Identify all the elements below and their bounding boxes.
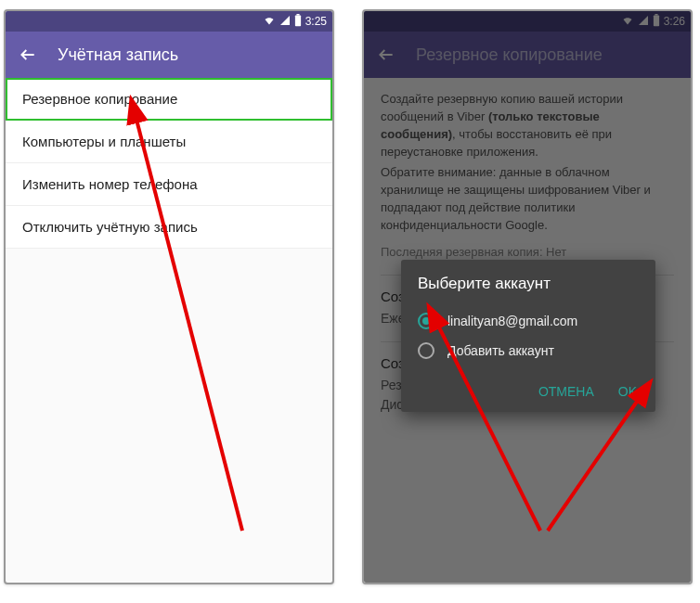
menu-item-deactivate[interactable]: Отключить учётную запись [6, 206, 332, 249]
add-account-option[interactable]: Добавить аккаунт [418, 336, 639, 366]
status-time: 3:25 [305, 15, 327, 28]
menu-item-label: Отключить учётную запись [22, 219, 198, 235]
menu-item-computers[interactable]: Компьютеры и планшеты [6, 121, 332, 163]
ok-button[interactable]: OK [616, 380, 639, 403]
radio-unselected-icon [418, 342, 434, 359]
dialog-actions: ОТМЕНА OK [418, 380, 639, 403]
cancel-button[interactable]: ОТМЕНА [537, 380, 596, 403]
back-arrow-icon[interactable] [19, 45, 37, 64]
status-bar: 3:25 [6, 11, 332, 32]
app-bar: Учётная запись [6, 32, 332, 78]
account-email: linalityan8@gmail.com [447, 314, 577, 328]
battery-icon [294, 14, 302, 30]
svg-rect-0 [295, 15, 301, 26]
app-bar-title: Учётная запись [58, 45, 178, 65]
dialog-title: Выберите аккаунт [418, 275, 639, 293]
add-account-label: Добавить аккаунт [447, 343, 554, 358]
account-dialog: Выберите аккаунт linalityan8@gmail.com Д… [401, 260, 655, 412]
radio-selected-icon [418, 313, 434, 329]
account-option[interactable]: linalityan8@gmail.com [418, 306, 639, 336]
phone-right: 3:26 Резервное копирование Создайте резе… [362, 9, 693, 584]
signal-icon [279, 15, 291, 29]
menu-item-label: Компьютеры и планшеты [22, 134, 186, 149]
svg-rect-1 [296, 14, 299, 16]
wifi-icon [263, 15, 276, 29]
menu-item-backup[interactable]: Резервное копирование [6, 78, 332, 121]
menu-item-label: Резервное копирование [22, 91, 177, 107]
menu-list: Резервное копирование Компьютеры и планш… [6, 78, 332, 249]
phone-left: 3:25 Учётная запись Резервное копировани… [4, 9, 334, 584]
menu-item-label: Изменить номер телефона [22, 176, 198, 192]
menu-item-change-number[interactable]: Изменить номер телефона [6, 163, 332, 206]
